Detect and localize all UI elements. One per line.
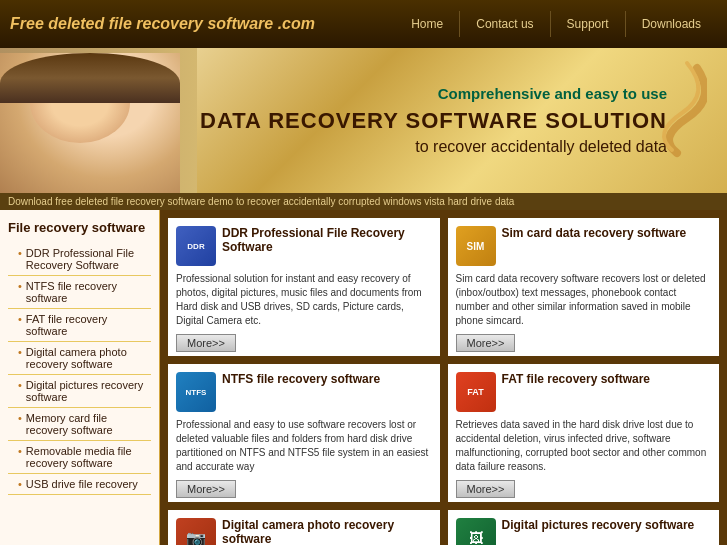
product-header-fat: FAT FAT file recovery software (456, 372, 712, 412)
products-content: DDR DDR Professional File Recovery Softw… (160, 210, 727, 545)
camera-icon: 📷 (176, 518, 216, 545)
ddr-more-button[interactable]: More>> (176, 334, 236, 352)
sidebar-item-fat[interactable]: FAT file recovery software (8, 309, 151, 342)
sim-title: Sim card data recovery software (502, 226, 687, 240)
product-card-ntfs: NTFS NTFS file recovery software Profess… (168, 364, 440, 502)
products-row: DDR DDR Professional File Recovery Softw… (168, 218, 719, 545)
fat-title: FAT file recovery software (502, 372, 651, 386)
product-card-fat: FAT FAT file recovery software Retrieves… (448, 364, 720, 502)
hero-title: DATA RECOVERY SOFTWARE SOLUTION (200, 108, 667, 134)
sim-icon: SIM (456, 226, 496, 266)
hero-subtitle: to recover accidentally deleted data (415, 138, 667, 156)
ntfs-title: NTFS file recovery software (222, 372, 380, 386)
product-header-camera: 📷 Digital camera photo recovery software (176, 518, 432, 545)
product-card-digital: 🖼 Digital pictures recovery software Fas… (448, 510, 720, 545)
nav-support[interactable]: Support (550, 11, 625, 37)
hero-person-image (0, 53, 180, 193)
main-content: File recovery software DDR Professional … (0, 210, 727, 545)
sidebar-item-usb[interactable]: USB drive file recovery (8, 474, 151, 495)
hero-swirl (637, 58, 707, 158)
sidebar-item-ntfs[interactable]: NTFS file recovery software (8, 276, 151, 309)
header: Free deleted file recovery software .com… (0, 0, 727, 48)
camera-title: Digital camera photo recovery software (222, 518, 432, 545)
hero-tagline: Comprehensive and easy to use (438, 85, 667, 102)
sim-desc: Sim card data recovery software recovers… (456, 272, 712, 328)
left-column: DDR DDR Professional File Recovery Softw… (168, 218, 440, 545)
ddr-desc: Professional solution for instant and ea… (176, 272, 432, 328)
sidebar-title: File recovery software (8, 220, 151, 235)
download-banner: Download free deleted file recovery soft… (0, 193, 727, 210)
nav: Home Contact us Support Downloads (395, 11, 717, 37)
product-card-sim: SIM Sim card data recovery software Sim … (448, 218, 720, 356)
digital-title: Digital pictures recovery software (502, 518, 695, 532)
fat-desc: Retrieves data saved in the hard disk dr… (456, 418, 712, 474)
hero-image (0, 48, 200, 193)
product-header-ddr: DDR DDR Professional File Recovery Softw… (176, 226, 432, 266)
product-card-camera: 📷 Digital camera photo recovery software… (168, 510, 440, 545)
fat-icon: FAT (456, 372, 496, 412)
sidebar-item-removable[interactable]: Removable media file recovery software (8, 441, 151, 474)
fat-more-button[interactable]: More>> (456, 480, 516, 498)
product-card-ddr: DDR DDR Professional File Recovery Softw… (168, 218, 440, 356)
product-header-digital: 🖼 Digital pictures recovery software (456, 518, 712, 545)
nav-contact[interactable]: Contact us (459, 11, 549, 37)
ntfs-icon: NTFS (176, 372, 216, 412)
digital-icon: 🖼 (456, 518, 496, 545)
nav-downloads[interactable]: Downloads (625, 11, 717, 37)
nav-home[interactable]: Home (395, 11, 459, 37)
ntfs-more-button[interactable]: More>> (176, 480, 236, 498)
right-column: SIM Sim card data recovery software Sim … (448, 218, 720, 545)
site-title: Free deleted file recovery software .com (10, 15, 315, 33)
sidebar-item-camera[interactable]: Digital camera photo recovery software (8, 342, 151, 375)
hero-section: Comprehensive and easy to use DATA RECOV… (0, 48, 727, 193)
ntfs-desc: Professional and easy to use software re… (176, 418, 432, 474)
sim-more-button[interactable]: More>> (456, 334, 516, 352)
sidebar-item-memory[interactable]: Memory card file recovery software (8, 408, 151, 441)
product-header-sim: SIM Sim card data recovery software (456, 226, 712, 266)
sidebar-item-ddr[interactable]: DDR Professional File Recovery Software (8, 243, 151, 276)
ddr-icon: DDR (176, 226, 216, 266)
product-header-ntfs: NTFS NTFS file recovery software (176, 372, 432, 412)
ddr-title: DDR Professional File Recovery Software (222, 226, 432, 254)
sidebar-item-pictures[interactable]: Digital pictures recovery software (8, 375, 151, 408)
sidebar: File recovery software DDR Professional … (0, 210, 160, 545)
